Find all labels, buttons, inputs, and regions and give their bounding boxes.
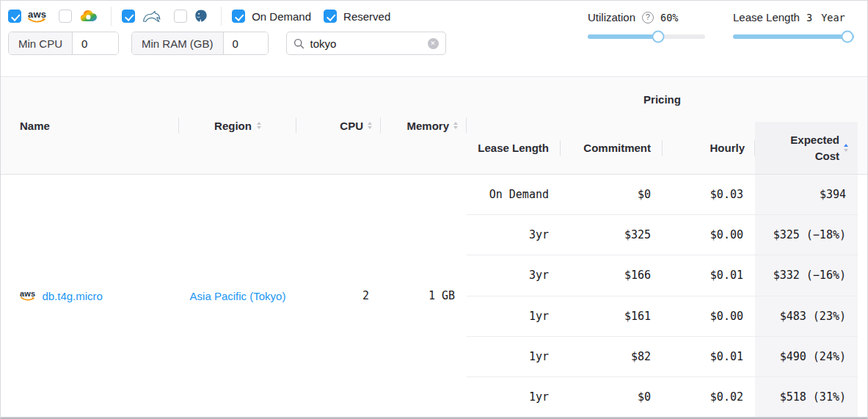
lease-value: 3yr bbox=[467, 255, 561, 295]
table-body: aws db.t4g.micro Asia Pacific (Tokyo) 2 … bbox=[1, 175, 867, 418]
search-icon bbox=[293, 38, 304, 49]
column-header-lease-length: Lease Length bbox=[467, 122, 561, 174]
cpu-cell: 2 bbox=[296, 175, 381, 417]
on-demand-filter: On Demand bbox=[232, 10, 311, 23]
hourly-value: $0.03 bbox=[663, 175, 755, 214]
utilization-slider-thumb[interactable] bbox=[652, 31, 665, 43]
filters-left: aws bbox=[8, 9, 446, 55]
column-header-commitment: Commitment bbox=[561, 122, 663, 174]
hourly-value: $0.02 bbox=[663, 377, 755, 417]
provider-engine-filters: aws bbox=[8, 9, 446, 23]
commitment-value: $325 bbox=[561, 215, 663, 255]
commitment-value: $0 bbox=[561, 377, 663, 417]
pricing-row: 1yr $82 $0.01 $490 (24%) bbox=[467, 336, 858, 376]
column-header-memory[interactable]: Memory bbox=[381, 77, 467, 174]
filter-divider bbox=[111, 7, 112, 26]
region-cell: Asia Pacific (Tokyo) bbox=[179, 175, 296, 417]
sort-icon bbox=[257, 122, 261, 130]
expected-cost-value: $325 (−18%) bbox=[755, 215, 858, 255]
google-cloud-icon bbox=[79, 9, 98, 23]
min-ram-group: Min RAM (GB) bbox=[131, 32, 269, 55]
min-cpu-group: Min CPU bbox=[8, 32, 119, 55]
lease-length-value: 3 Year bbox=[806, 12, 845, 23]
pricing-group-header: Pricing bbox=[467, 77, 858, 122]
expected-cost-value: $490 (24%) bbox=[755, 337, 858, 376]
column-header-expected-cost[interactable]: Expected Cost bbox=[755, 122, 858, 174]
lease-value: 1yr bbox=[467, 377, 561, 417]
hourly-value: $0.00 bbox=[663, 296, 755, 336]
search-box: ✕ bbox=[286, 32, 446, 55]
filter-bar: aws bbox=[1, 1, 867, 76]
utilization-value: 60% bbox=[660, 12, 678, 23]
commitment-value: $161 bbox=[561, 296, 663, 336]
reserved-label: Reserved bbox=[343, 10, 390, 23]
instance-name-cell: aws db.t4g.micro bbox=[8, 175, 179, 417]
lease-length-slider[interactable] bbox=[733, 34, 854, 39]
commitment-value: $0 bbox=[561, 175, 663, 214]
table-header: Name Region CPU Memory Pricing Lease Len… bbox=[1, 76, 867, 175]
mysql-icon bbox=[142, 10, 161, 23]
reserved-filter: Reserved bbox=[324, 10, 390, 23]
search-input[interactable] bbox=[310, 37, 422, 50]
slider-fill bbox=[733, 34, 854, 39]
mysql-filter bbox=[122, 10, 161, 23]
clear-search-icon[interactable]: ✕ bbox=[428, 38, 439, 49]
hourly-value: $0.01 bbox=[663, 337, 755, 376]
aws-filter: aws bbox=[8, 10, 46, 23]
postgresql-icon bbox=[194, 9, 208, 23]
commitment-value: $82 bbox=[561, 337, 663, 376]
lease-value: 1yr bbox=[467, 296, 561, 336]
pricing-row: On Demand $0 $0.03 $394 bbox=[467, 175, 858, 214]
mysql-checkbox[interactable] bbox=[122, 10, 135, 23]
pricing-row: 1yr $161 $0.00 $483 (23%) bbox=[467, 296, 858, 336]
expected-cost-value: $518 (31%) bbox=[755, 377, 858, 417]
reserved-checkbox[interactable] bbox=[324, 10, 337, 23]
hourly-value: $0.00 bbox=[663, 215, 755, 255]
utilization-slider[interactable] bbox=[588, 34, 705, 39]
sort-icon bbox=[453, 122, 458, 130]
pricing-rows: On Demand $0 $0.03 $394 3yr $325 $0.00 $… bbox=[467, 175, 858, 417]
aws-checkbox[interactable] bbox=[8, 10, 21, 23]
min-ram-input[interactable] bbox=[224, 32, 268, 54]
hourly-value: $0.01 bbox=[663, 255, 755, 295]
min-cpu-label: Min CPU bbox=[9, 32, 73, 54]
expected-cost-value: $394 bbox=[755, 175, 858, 214]
google-cloud-filter bbox=[59, 9, 98, 23]
help-icon[interactable]: ? bbox=[642, 12, 654, 23]
column-header-hourly: Hourly bbox=[663, 122, 755, 174]
lease-length-slider-thumb[interactable] bbox=[842, 31, 854, 43]
postgresql-checkbox[interactable] bbox=[174, 10, 187, 23]
expected-cost-value: $483 (23%) bbox=[755, 296, 858, 336]
lease-length-control: Lease Length 3 Year bbox=[733, 11, 854, 39]
sort-icon bbox=[368, 122, 372, 130]
column-header-region[interactable]: Region bbox=[179, 77, 296, 174]
expected-cost-header-label: Expected Cost bbox=[785, 132, 839, 164]
slider-fill bbox=[588, 34, 658, 39]
memory-header-label: Memory bbox=[406, 120, 449, 132]
lease-value: On Demand bbox=[467, 175, 561, 214]
on-demand-label: On Demand bbox=[252, 10, 311, 23]
aws-icon: aws bbox=[20, 290, 35, 302]
region-link[interactable]: Asia Pacific (Tokyo) bbox=[190, 290, 286, 302]
numeric-filters: Min CPU Min RAM (GB) ✕ bbox=[8, 32, 446, 55]
column-header-cpu[interactable]: CPU bbox=[296, 77, 381, 174]
postgresql-filter bbox=[174, 9, 208, 23]
google-cloud-checkbox[interactable] bbox=[59, 10, 72, 23]
min-cpu-input[interactable] bbox=[73, 32, 118, 54]
min-ram-label: Min RAM (GB) bbox=[132, 32, 224, 54]
commitment-value: $166 bbox=[561, 255, 663, 295]
pricing-row: 1yr $0 $0.02 $518 (31%) bbox=[467, 376, 858, 417]
aws-icon: aws bbox=[28, 10, 46, 23]
on-demand-checkbox[interactable] bbox=[232, 10, 245, 23]
utilization-control: Utilization ? 60% bbox=[588, 11, 705, 39]
expected-cost-value: $332 (−16%) bbox=[755, 255, 858, 295]
pricing-row: 3yr $325 $0.00 $325 (−18%) bbox=[467, 214, 858, 255]
app-window: aws bbox=[0, 0, 868, 419]
memory-cell: 1 GB bbox=[381, 175, 467, 417]
sort-ascending-icon bbox=[844, 144, 848, 152]
sliders: Utilization ? 60% Lease Length 3 Year bbox=[588, 9, 854, 39]
instance-name-link[interactable]: db.t4g.micro bbox=[42, 290, 103, 302]
region-header-label: Region bbox=[214, 120, 252, 132]
utilization-label: Utilization bbox=[588, 11, 635, 23]
column-header-name: Name bbox=[8, 77, 179, 174]
